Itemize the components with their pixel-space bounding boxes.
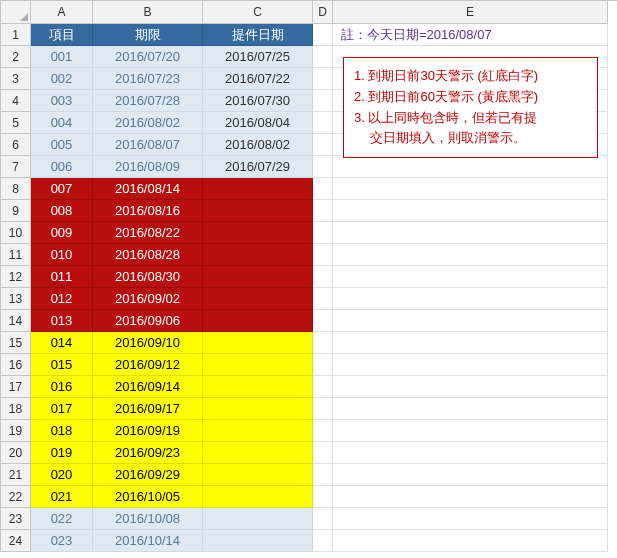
row-header-8[interactable]: 8 <box>1 178 31 200</box>
cell-d-2[interactable] <box>313 46 333 68</box>
row-header-5[interactable]: 5 <box>1 112 31 134</box>
row-header-6[interactable]: 6 <box>1 134 31 156</box>
cell-c-10[interactable] <box>203 222 313 244</box>
cell-c-18[interactable] <box>203 398 313 420</box>
row-header-20[interactable]: 20 <box>1 442 31 464</box>
cell-b-22[interactable]: 2016/10/05 <box>93 486 203 508</box>
cell-b-4[interactable]: 2016/07/28 <box>93 90 203 112</box>
cell-e-17[interactable] <box>333 376 608 398</box>
cell-b-12[interactable]: 2016/08/30 <box>93 266 203 288</box>
cell-d-1[interactable] <box>313 24 333 46</box>
cell-e-9[interactable] <box>333 200 608 222</box>
cell-c-11[interactable] <box>203 244 313 266</box>
row-header-14[interactable]: 14 <box>1 310 31 332</box>
cell-a-9[interactable]: 008 <box>31 200 93 222</box>
row-header-9[interactable]: 9 <box>1 200 31 222</box>
cell-d-10[interactable] <box>313 222 333 244</box>
row-header-24[interactable]: 24 <box>1 530 31 552</box>
cell-b-24[interactable]: 2016/10/14 <box>93 530 203 552</box>
cell-b-21[interactable]: 2016/09/29 <box>93 464 203 486</box>
cell-b-2[interactable]: 2016/07/20 <box>93 46 203 68</box>
cell-b-11[interactable]: 2016/08/28 <box>93 244 203 266</box>
cell-a-19[interactable]: 018 <box>31 420 93 442</box>
cell-c-22[interactable] <box>203 486 313 508</box>
cell-d-23[interactable] <box>313 508 333 530</box>
row-header-1[interactable]: 1 <box>1 24 31 46</box>
cell-c-12[interactable] <box>203 266 313 288</box>
cell-c-19[interactable] <box>203 420 313 442</box>
row-header-16[interactable]: 16 <box>1 354 31 376</box>
cell-b-5[interactable]: 2016/08/02 <box>93 112 203 134</box>
cell-b-17[interactable]: 2016/09/14 <box>93 376 203 398</box>
cell-d-24[interactable] <box>313 530 333 552</box>
cell-d-20[interactable] <box>313 442 333 464</box>
cell-b-18[interactable]: 2016/09/17 <box>93 398 203 420</box>
cell-b-16[interactable]: 2016/09/12 <box>93 354 203 376</box>
cell-e-12[interactable] <box>333 266 608 288</box>
col-header-A[interactable]: A <box>31 1 93 24</box>
cell-e-10[interactable] <box>333 222 608 244</box>
cell-c-2[interactable]: 2016/07/25 <box>203 46 313 68</box>
cell-c-9[interactable] <box>203 200 313 222</box>
cell-d-19[interactable] <box>313 420 333 442</box>
cell-d-8[interactable] <box>313 178 333 200</box>
row-header-23[interactable]: 23 <box>1 508 31 530</box>
cell-d-4[interactable] <box>313 90 333 112</box>
cell-c-20[interactable] <box>203 442 313 464</box>
cell-b-23[interactable]: 2016/10/08 <box>93 508 203 530</box>
cell-c-24[interactable] <box>203 530 313 552</box>
cell-d-15[interactable] <box>313 332 333 354</box>
cell-e-20[interactable] <box>333 442 608 464</box>
cell-a-5[interactable]: 004 <box>31 112 93 134</box>
col-header-D[interactable]: D <box>313 1 333 24</box>
row-header-12[interactable]: 12 <box>1 266 31 288</box>
select-all-corner[interactable] <box>1 1 31 24</box>
cell-d-16[interactable] <box>313 354 333 376</box>
cell-e-13[interactable] <box>333 288 608 310</box>
cell-d-12[interactable] <box>313 266 333 288</box>
cell-c-7[interactable]: 2016/07/29 <box>203 156 313 178</box>
cell-a-14[interactable]: 013 <box>31 310 93 332</box>
row-header-17[interactable]: 17 <box>1 376 31 398</box>
cell-a-21[interactable]: 020 <box>31 464 93 486</box>
cell-b-9[interactable]: 2016/08/16 <box>93 200 203 222</box>
cell-a-18[interactable]: 017 <box>31 398 93 420</box>
cell-c-17[interactable] <box>203 376 313 398</box>
cell-a-10[interactable]: 009 <box>31 222 93 244</box>
cell-a-17[interactable]: 016 <box>31 376 93 398</box>
cell-b-10[interactable]: 2016/08/22 <box>93 222 203 244</box>
cell-c-8[interactable] <box>203 178 313 200</box>
cell-d-13[interactable] <box>313 288 333 310</box>
cell-c-15[interactable] <box>203 332 313 354</box>
cell-a-12[interactable]: 011 <box>31 266 93 288</box>
cell-a-6[interactable]: 005 <box>31 134 93 156</box>
cell-a-8[interactable]: 007 <box>31 178 93 200</box>
cell-e-24[interactable] <box>333 530 608 552</box>
cell-e-23[interactable] <box>333 508 608 530</box>
cell-c-13[interactable] <box>203 288 313 310</box>
cell-b-19[interactable]: 2016/09/19 <box>93 420 203 442</box>
row-header-13[interactable]: 13 <box>1 288 31 310</box>
cell-d-3[interactable] <box>313 68 333 90</box>
cell-c-16[interactable] <box>203 354 313 376</box>
cell-d-21[interactable] <box>313 464 333 486</box>
cell-b-20[interactable]: 2016/09/23 <box>93 442 203 464</box>
cell-a-22[interactable]: 021 <box>31 486 93 508</box>
cell-d-18[interactable] <box>313 398 333 420</box>
cell-a-7[interactable]: 006 <box>31 156 93 178</box>
cell-c-23[interactable] <box>203 508 313 530</box>
cell-d-22[interactable] <box>313 486 333 508</box>
cell-a-11[interactable]: 010 <box>31 244 93 266</box>
cell-e-19[interactable] <box>333 420 608 442</box>
cell-d-6[interactable] <box>313 134 333 156</box>
cell-e-18[interactable] <box>333 398 608 420</box>
cell-b-15[interactable]: 2016/09/10 <box>93 332 203 354</box>
row-header-10[interactable]: 10 <box>1 222 31 244</box>
cell-e-22[interactable] <box>333 486 608 508</box>
cell-a-24[interactable]: 023 <box>31 530 93 552</box>
row-header-3[interactable]: 3 <box>1 68 31 90</box>
row-header-22[interactable]: 22 <box>1 486 31 508</box>
cell-d-17[interactable] <box>313 376 333 398</box>
cell-a-3[interactable]: 002 <box>31 68 93 90</box>
cell-c-5[interactable]: 2016/08/04 <box>203 112 313 134</box>
